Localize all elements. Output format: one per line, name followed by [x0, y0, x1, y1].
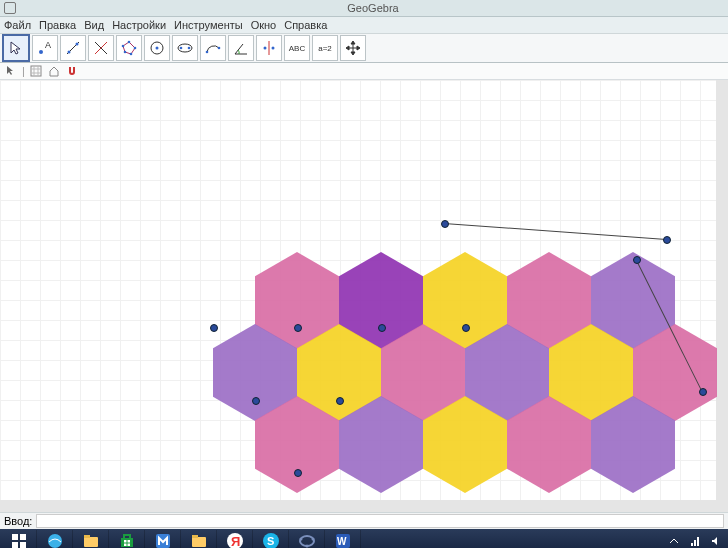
- svg-rect-53: [691, 543, 693, 546]
- svg-point-9: [134, 47, 137, 50]
- maxthon-app-icon[interactable]: [146, 530, 181, 548]
- svg-point-11: [124, 51, 127, 54]
- point-icon: A: [37, 40, 53, 56]
- svg-point-12: [122, 45, 125, 48]
- svg-point-16: [180, 47, 183, 50]
- svg-text:W: W: [337, 536, 347, 547]
- magnet-icon[interactable]: [65, 64, 79, 78]
- angle-tool-button[interactable]: [228, 35, 254, 61]
- svg-rect-28: [12, 534, 18, 540]
- svg-point-10: [130, 53, 133, 56]
- home-icon[interactable]: [47, 64, 61, 78]
- geogebra-app-icon[interactable]: [290, 530, 325, 548]
- svg-point-8: [128, 41, 131, 44]
- menu-settings[interactable]: Настройки: [112, 19, 166, 31]
- move-view-button[interactable]: [340, 35, 366, 61]
- circle-icon: [149, 40, 165, 56]
- axes-icon[interactable]: [29, 64, 43, 78]
- skype-app-icon[interactable]: S: [254, 530, 289, 548]
- svg-rect-42: [192, 535, 198, 538]
- geom-point[interactable]: [663, 236, 671, 244]
- reflect-icon: [261, 40, 277, 56]
- yandex-app-icon[interactable]: Я: [218, 530, 253, 548]
- svg-point-4: [76, 43, 79, 46]
- slider-tool-button[interactable]: a=2: [312, 35, 338, 61]
- polygon-tool-button[interactable]: [116, 35, 142, 61]
- geom-point[interactable]: [378, 324, 386, 332]
- start-button[interactable]: [2, 530, 37, 548]
- geom-point[interactable]: [336, 397, 344, 405]
- svg-rect-30: [12, 542, 18, 548]
- svg-rect-35: [121, 538, 133, 547]
- tray-network-icon[interactable]: [687, 533, 703, 548]
- line-icon: [65, 40, 81, 56]
- point-tool-button[interactable]: A: [32, 35, 58, 61]
- arrows-icon: [345, 40, 361, 56]
- menu-window[interactable]: Окно: [251, 19, 277, 31]
- explorer-app-icon[interactable]: [74, 530, 109, 548]
- svg-point-3: [68, 51, 71, 54]
- circle-tool-button[interactable]: [144, 35, 170, 61]
- move-tool-button[interactable]: [2, 34, 30, 62]
- menu-tools[interactable]: Инструменты: [174, 19, 243, 31]
- svg-point-50: [306, 545, 309, 548]
- svg-text:S: S: [267, 535, 274, 547]
- command-input[interactable]: [36, 514, 724, 528]
- perp-icon: [93, 40, 109, 56]
- geom-point[interactable]: [252, 397, 260, 405]
- ie-app-icon[interactable]: [38, 530, 73, 548]
- folder-app-icon[interactable]: [182, 530, 217, 548]
- svg-point-0: [39, 50, 43, 54]
- svg-rect-29: [20, 534, 26, 540]
- text-icon: ABC: [289, 44, 305, 53]
- svg-rect-36: [124, 540, 127, 543]
- geom-point[interactable]: [210, 324, 218, 332]
- svg-point-48: [300, 538, 303, 541]
- svg-point-18: [206, 51, 209, 54]
- geom-point[interactable]: [699, 388, 707, 396]
- horizontal-scrollbar[interactable]: [0, 500, 728, 512]
- tray-up-icon[interactable]: [666, 533, 682, 548]
- word-app-icon[interactable]: W: [326, 530, 361, 548]
- svg-point-21: [264, 47, 267, 50]
- geom-point[interactable]: [633, 256, 641, 264]
- segment-line[interactable]: [444, 223, 666, 240]
- slider-icon: a=2: [318, 44, 332, 53]
- svg-rect-31: [20, 542, 26, 548]
- app-icon: [4, 2, 16, 14]
- polygon-icon: [121, 40, 137, 56]
- menu-file[interactable]: Файл: [4, 19, 31, 31]
- svg-rect-55: [697, 537, 699, 546]
- line-tool-button[interactable]: [60, 35, 86, 61]
- reflect-tool-button[interactable]: [256, 35, 282, 61]
- geom-point[interactable]: [294, 469, 302, 477]
- cursor-icon: [8, 40, 24, 56]
- menu-edit[interactable]: Правка: [39, 19, 76, 31]
- tray-volume-icon[interactable]: [708, 533, 724, 548]
- svg-rect-37: [128, 540, 131, 543]
- perp-tool-button[interactable]: [88, 35, 114, 61]
- command-input-bar: Ввод:: [0, 512, 728, 529]
- geom-point[interactable]: [462, 324, 470, 332]
- svg-rect-39: [128, 544, 131, 547]
- arc-tool-button[interactable]: [200, 35, 226, 61]
- secondary-toolbar: |: [0, 63, 728, 80]
- svg-point-17: [188, 47, 191, 50]
- store-app-icon[interactable]: [110, 530, 145, 548]
- menu-bar: Файл Правка Вид Настройки Инструменты Ок…: [0, 17, 728, 34]
- svg-rect-38: [124, 544, 127, 547]
- cursor-menu-icon[interactable]: [4, 64, 18, 78]
- arc-icon: [205, 40, 221, 56]
- text-tool-button[interactable]: ABC: [284, 35, 310, 61]
- svg-rect-33: [84, 537, 98, 547]
- menu-view[interactable]: Вид: [84, 19, 104, 31]
- vertical-scrollbar[interactable]: [716, 80, 728, 512]
- geom-point[interactable]: [294, 324, 302, 332]
- window-title: GeoGebra: [22, 2, 724, 14]
- geom-point[interactable]: [441, 220, 449, 228]
- ellipse-tool-button[interactable]: [172, 35, 198, 61]
- menu-help[interactable]: Справка: [284, 19, 327, 31]
- graphics-view[interactable]: [0, 80, 728, 512]
- separator-icon: |: [22, 65, 25, 77]
- svg-rect-41: [192, 537, 206, 547]
